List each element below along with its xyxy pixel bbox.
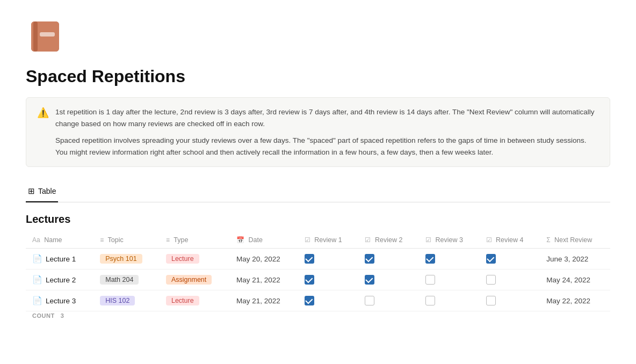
row-name-text: Lecture 2 <box>46 276 76 284</box>
cell-type: Lecture <box>160 249 230 270</box>
col-header-next-review: Σ Next Review <box>540 233 610 249</box>
info-paragraph-2: Spaced repetition involves spreading you… <box>55 135 599 158</box>
row-name-text: Lecture 3 <box>46 297 76 305</box>
type-badge: Lecture <box>166 296 199 305</box>
tab-table-label: Table <box>38 187 56 195</box>
cell-review-2[interactable] <box>358 270 419 290</box>
cell-date: May 21, 2022 <box>230 270 298 290</box>
col-header-review4: ☑ Review 4 <box>480 233 540 249</box>
cell-review-4[interactable] <box>480 249 540 270</box>
tabs-bar: ⊞ Table <box>26 182 610 202</box>
col-header-type: ≡ Type <box>160 233 230 249</box>
lectures-table: Aa Name ≡ Topic ≡ Type 📅 Date ☑ Review 1… <box>26 233 610 319</box>
cell-topic: Math 204 <box>93 270 160 290</box>
cell-topic: HIS 102 <box>93 290 160 311</box>
table-row: 📄Lecture 3HIS 102LectureMay 21, 2022May … <box>26 290 610 311</box>
checkbox-unchecked[interactable] <box>425 275 435 285</box>
svg-rect-2 <box>33 21 38 52</box>
cell-next-review: June 3, 2022 <box>540 249 610 270</box>
col-header-name: Aa Name <box>26 233 93 249</box>
col-header-review3: ☑ Review 3 <box>419 233 480 249</box>
cell-review-4[interactable] <box>480 270 540 290</box>
cell-review-4[interactable] <box>480 290 540 311</box>
checkbox-unchecked[interactable] <box>486 296 496 305</box>
row-name-text: Lecture 1 <box>46 255 76 263</box>
table-icon: ⊞ <box>28 186 35 196</box>
section-title: Lectures <box>26 213 610 225</box>
info-box-content: 1st repetition is 1 day after the lectur… <box>55 106 599 158</box>
info-paragraph-1: 1st repetition is 1 day after the lectur… <box>55 106 599 129</box>
checkbox-unchecked[interactable] <box>486 275 496 285</box>
row-doc-icon: 📄 <box>32 275 42 285</box>
cell-review-1[interactable] <box>298 249 359 270</box>
cell-type: Lecture <box>160 290 230 311</box>
topic-badge: Math 204 <box>100 275 139 285</box>
topic-badge: Psych 101 <box>100 254 142 264</box>
cell-type: Assignment <box>160 270 230 290</box>
row-doc-icon: 📄 <box>32 296 42 305</box>
cell-name: 📄Lecture 2 <box>26 270 93 290</box>
table-footer-row: COUNT 3 <box>26 311 610 320</box>
cell-name: 📄Lecture 1 <box>26 249 93 270</box>
col-header-date: 📅 Date <box>230 233 298 249</box>
col-header-review1: ☑ Review 1 <box>298 233 359 249</box>
type-badge: Assignment <box>166 275 212 285</box>
cell-topic: Psych 101 <box>93 249 160 270</box>
cell-review-1[interactable] <box>298 290 359 311</box>
cell-next-review: May 22, 2022 <box>540 290 610 311</box>
type-badge: Lecture <box>166 254 199 264</box>
cell-review-1[interactable] <box>298 270 359 290</box>
cell-date: May 21, 2022 <box>230 290 298 311</box>
page-title: Spaced Repetitions <box>26 67 610 86</box>
checkbox-checked[interactable] <box>425 254 435 264</box>
table-row: 📄Lecture 1Psych 101LectureMay 20, 2022Ju… <box>26 249 610 270</box>
app-logo <box>26 17 64 56</box>
checkbox-unchecked[interactable] <box>365 296 374 305</box>
table-row: 📄Lecture 2Math 204AssignmentMay 21, 2022… <box>26 270 610 290</box>
tab-table[interactable]: ⊞ Table <box>26 182 58 202</box>
warning-icon: ⚠️ <box>37 107 49 158</box>
checkbox-checked[interactable] <box>305 275 314 285</box>
cell-review-3[interactable] <box>419 270 480 290</box>
cell-review-3[interactable] <box>419 249 480 270</box>
checkbox-checked[interactable] <box>365 275 374 285</box>
cell-date: May 20, 2022 <box>230 249 298 270</box>
info-box: ⚠️ 1st repetition is 1 day after the lec… <box>26 97 610 167</box>
topic-badge: HIS 102 <box>100 296 135 305</box>
checkbox-checked[interactable] <box>486 254 496 264</box>
checkbox-checked[interactable] <box>305 296 314 305</box>
table-header-row: Aa Name ≡ Topic ≡ Type 📅 Date ☑ Review 1… <box>26 233 610 249</box>
cell-review-2[interactable] <box>358 290 419 311</box>
svg-rect-3 <box>40 32 55 37</box>
row-doc-icon: 📄 <box>32 254 42 264</box>
checkbox-checked[interactable] <box>365 254 374 264</box>
col-header-topic: ≡ Topic <box>93 233 160 249</box>
cell-review-2[interactable] <box>358 249 419 270</box>
cell-review-3[interactable] <box>419 290 480 311</box>
count-display: COUNT 3 <box>26 307 70 324</box>
cell-next-review: May 24, 2022 <box>540 270 610 290</box>
checkbox-unchecked[interactable] <box>425 296 435 305</box>
checkbox-checked[interactable] <box>305 254 314 264</box>
col-header-review2: ☑ Review 2 <box>358 233 419 249</box>
